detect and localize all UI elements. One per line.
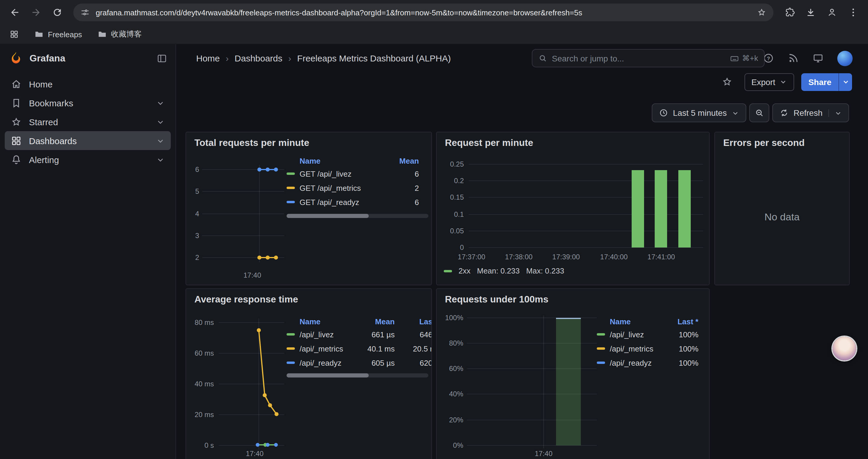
series-swatch bbox=[286, 362, 295, 364]
time-range-picker[interactable]: Last 5 minutes bbox=[652, 103, 746, 122]
extensions-button[interactable] bbox=[779, 2, 800, 23]
monitor-icon[interactable] bbox=[812, 53, 824, 64]
legend-table: Name Mean Las /api/_livez 661 µs 646 /ap… bbox=[286, 316, 432, 378]
no-data-message: No data bbox=[715, 211, 849, 223]
share-menu-button[interactable] bbox=[838, 73, 852, 91]
scrollbar-thumb[interactable] bbox=[286, 373, 369, 378]
screen: Freeleaps 收藏博客 Grafana bbox=[0, 0, 868, 459]
series-name[interactable]: GET /api/_readyz bbox=[300, 198, 381, 206]
chevron-down-icon[interactable] bbox=[156, 98, 165, 107]
y-tick: 60% bbox=[437, 364, 463, 373]
bookmark-label: Freeleaps bbox=[48, 30, 82, 39]
legend-col-last[interactable]: Last * bbox=[665, 317, 699, 326]
favorite-star-icon[interactable] bbox=[721, 76, 733, 88]
legend-scrollbar[interactable] bbox=[286, 373, 428, 378]
y-tick: 6 bbox=[186, 165, 199, 174]
legend-col-name[interactable]: Name bbox=[300, 317, 347, 326]
legend-scrollbar[interactable] bbox=[286, 214, 428, 218]
url-input[interactable] bbox=[96, 8, 751, 17]
zoom-out-button[interactable] bbox=[749, 103, 769, 122]
grafana-logo[interactable] bbox=[8, 51, 24, 66]
export-button[interactable]: Export bbox=[744, 73, 794, 91]
scrollbar-thumb[interactable] bbox=[286, 214, 369, 218]
panel-title[interactable]: Errors per second bbox=[723, 138, 805, 148]
series-name[interactable]: /api/_livez bbox=[610, 330, 660, 339]
breadcrumb-home[interactable]: Home bbox=[196, 53, 220, 63]
panel-request-per-minute: Request per minute 0.25 0.2 0.15 0.1 0.0… bbox=[436, 132, 710, 285]
sidebar-item-dashboards[interactable]: Dashboards bbox=[5, 131, 171, 150]
sidebar-item-home[interactable]: Home bbox=[5, 74, 171, 93]
y-tick: 80 ms bbox=[186, 319, 214, 327]
back-button[interactable] bbox=[5, 2, 25, 23]
bookmark-star-icon[interactable] bbox=[757, 8, 766, 17]
refresh-interval-button[interactable] bbox=[829, 109, 842, 117]
url-bar[interactable] bbox=[73, 4, 773, 21]
legend-col-name[interactable]: Name bbox=[610, 317, 660, 326]
y-tick: 0.05 bbox=[437, 227, 464, 235]
legend-table: Name Last * /api/_livez 100% /api/_metri… bbox=[597, 316, 699, 370]
forward-button[interactable] bbox=[26, 2, 46, 23]
site-settings-icon[interactable] bbox=[80, 8, 90, 17]
news-rss-icon[interactable] bbox=[788, 53, 799, 64]
sidebar-item-label: Bookmarks bbox=[29, 98, 73, 108]
series-last: 100% bbox=[665, 358, 699, 367]
bookmark-folder-blogs[interactable]: 收藏博客 bbox=[94, 28, 145, 41]
series-name[interactable]: /api/_metrics bbox=[610, 344, 660, 353]
legend-row: /api/_readyz 605 µs 620 bbox=[286, 356, 432, 370]
series-name[interactable]: /api/_metrics bbox=[300, 344, 347, 353]
legend-col-name[interactable]: Name bbox=[300, 156, 381, 165]
series-name[interactable]: /api/_readyz bbox=[610, 358, 660, 367]
series-name[interactable]: GET /api/_livez bbox=[300, 169, 381, 178]
sidebar-item-alerting[interactable]: Alerting bbox=[5, 150, 171, 169]
y-tick: 5 bbox=[186, 187, 199, 196]
series-mean: 6 bbox=[386, 169, 428, 178]
legend-row: /api/_metrics 40.1 ms 20.5 r bbox=[286, 341, 432, 356]
sidebar-item-bookmarks[interactable]: Bookmarks bbox=[5, 93, 171, 112]
series-name[interactable]: /api/_readyz bbox=[300, 358, 347, 367]
series-swatch bbox=[286, 187, 295, 189]
breadcrumb-dashboards[interactable]: Dashboards bbox=[235, 53, 282, 63]
home-icon bbox=[11, 78, 22, 90]
sidebar-item-label: Dashboards bbox=[29, 136, 77, 145]
apps-grid-button[interactable] bbox=[6, 26, 23, 42]
bookmark-folder-freeleaps[interactable]: Freeleaps bbox=[31, 28, 86, 40]
profile-button[interactable] bbox=[822, 2, 842, 23]
chevron-down-icon[interactable] bbox=[156, 155, 165, 164]
y-tick: 80% bbox=[437, 339, 463, 347]
series-name[interactable]: /api/_livez bbox=[300, 330, 347, 339]
user-avatar[interactable] bbox=[837, 51, 852, 66]
series-name[interactable]: GET /api/_metrics bbox=[300, 184, 381, 192]
reload-button[interactable] bbox=[47, 2, 67, 23]
search-box[interactable]: ⌘+k bbox=[532, 49, 765, 67]
series-swatch bbox=[286, 347, 295, 350]
x-tick: 17:40 bbox=[535, 450, 553, 458]
y-tick: 20 ms bbox=[186, 411, 214, 419]
series-mean: Mean: 0.233 bbox=[477, 266, 520, 275]
bookmark-icon bbox=[11, 97, 22, 108]
chevron-down-icon[interactable] bbox=[156, 136, 165, 145]
search-input[interactable] bbox=[552, 54, 725, 63]
search-icon bbox=[538, 54, 547, 63]
main-content: Home › Dashboards › Freeleaps Metrics Da… bbox=[176, 44, 868, 459]
bookmark-label: 收藏博客 bbox=[111, 29, 142, 40]
browser-menu-button[interactable] bbox=[843, 2, 863, 23]
dock-menu-icon[interactable] bbox=[157, 53, 167, 64]
series-mean: 661 µs bbox=[352, 330, 395, 339]
series-mean: 6 bbox=[386, 198, 428, 206]
series-last: 646 bbox=[399, 330, 432, 339]
bookmarks-bar: Freeleaps 收藏博客 bbox=[0, 25, 868, 44]
floating-avatar[interactable] bbox=[833, 337, 856, 360]
x-tick: 17:40 bbox=[243, 271, 261, 280]
refresh-button[interactable]: Refresh bbox=[772, 103, 849, 122]
share-button[interactable]: Share bbox=[801, 73, 838, 91]
y-tick: 40 ms bbox=[186, 380, 214, 388]
chevron-down-icon[interactable] bbox=[156, 117, 165, 126]
legend-col-mean[interactable]: Mean bbox=[352, 317, 395, 326]
sidebar-item-starred[interactable]: Starred bbox=[5, 112, 171, 131]
downloads-button[interactable] bbox=[801, 2, 821, 23]
folder-icon bbox=[97, 30, 107, 39]
legend-col-last[interactable]: Las bbox=[399, 317, 432, 326]
series-name[interactable]: 2xx bbox=[459, 266, 470, 275]
bar-chart bbox=[437, 132, 710, 285]
legend-col-mean[interactable]: Mean bbox=[386, 156, 428, 165]
